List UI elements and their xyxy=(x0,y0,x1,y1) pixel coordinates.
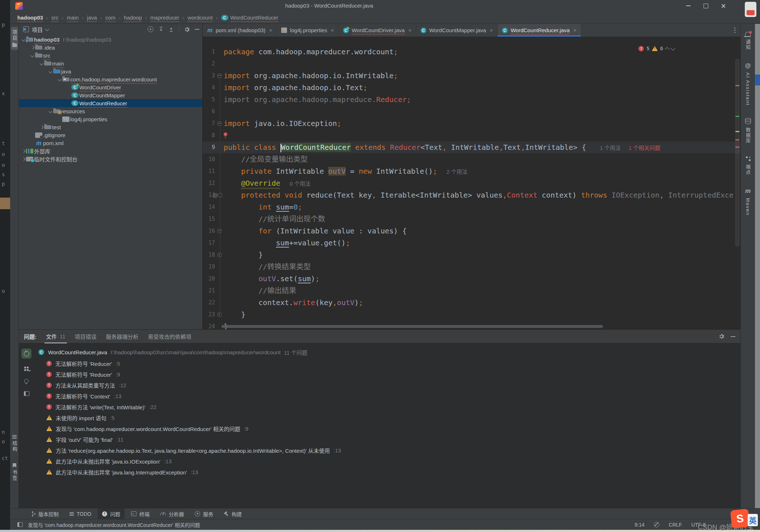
tree-row[interactable]: pom.xml xyxy=(19,139,202,147)
expand-all-icon[interactable] xyxy=(159,27,164,32)
line-ending-widget[interactable]: CRLF xyxy=(669,522,682,528)
breadcrumb-item[interactable]: WordCountReducer xyxy=(213,14,278,21)
inspections-widget[interactable]: 5 6 xyxy=(636,45,677,52)
tree-row[interactable]: resources xyxy=(19,107,202,115)
breadcrumb-item[interactable]: src xyxy=(43,14,59,21)
tool-stripe-project-button[interactable]: 项目 xyxy=(11,27,18,50)
tool-window-button[interactable]: 问题 xyxy=(98,508,124,519)
breadcrumb-item[interactable]: hadoop xyxy=(115,14,142,21)
hide-panel-icon[interactable] xyxy=(731,336,735,337)
breadcrumb-item[interactable]: com xyxy=(97,14,115,21)
chevron-down-icon[interactable] xyxy=(45,27,49,31)
tool-window-button[interactable]: 构建 xyxy=(220,508,246,519)
problem-row[interactable]: 未使用的 import 语句 :5 xyxy=(34,412,740,423)
tree-row[interactable]: java xyxy=(19,67,202,75)
hide-panel-icon[interactable] xyxy=(195,29,199,30)
code-line[interactable]: 21 //输出结果 xyxy=(203,285,740,297)
maximize-button[interactable] xyxy=(697,0,714,12)
tree-chevron-icon[interactable] xyxy=(38,126,44,128)
editor-tab[interactable]: WordCountMapper.java × xyxy=(416,24,498,37)
tree-chevron-icon[interactable] xyxy=(47,110,53,113)
menu-item[interactable] xyxy=(131,0,140,12)
code-line[interactable]: 23 } xyxy=(203,309,740,321)
breadcrumb-item[interactable]: hadoop03 xyxy=(17,14,43,21)
collapse-all-icon[interactable] xyxy=(169,27,174,32)
problem-row[interactable]: 发现与 'com.hadoop.mapreducer.wordcount.Wor… xyxy=(34,423,740,434)
tab-close-icon[interactable]: × xyxy=(408,27,411,33)
tree-row[interactable]: src xyxy=(19,51,202,59)
problem-row[interactable]: 无法解析符号 'Reducer' :9 xyxy=(34,369,740,380)
tool-window-button[interactable]: TODO xyxy=(65,508,96,519)
previous-problem-icon[interactable] xyxy=(665,47,670,52)
tree-row[interactable]: .gitignore xyxy=(19,131,202,139)
code-line[interactable]: 17 sum+=value.get(); xyxy=(203,237,740,249)
tool-stripe-button[interactable]: 通知 xyxy=(744,32,751,50)
problem-row[interactable]: 此方法中从未抛出异常 'java.lang.InterruptedExcepti… xyxy=(34,466,740,477)
problems-view-tab[interactable]: 服务器端分析 xyxy=(106,330,139,343)
code-line[interactable]: 10 //全局变量输出类型 xyxy=(203,153,740,165)
code-line[interactable]: 16 for (IntWritable value : values) { xyxy=(203,225,740,237)
menu-item[interactable] xyxy=(121,0,131,12)
tree-chevron-icon[interactable] xyxy=(47,70,53,73)
code-line[interactable]: 18 } xyxy=(203,249,740,261)
editor-tab[interactable]: log4j.properties × xyxy=(277,24,338,37)
tree-row[interactable]: WordCountMapper xyxy=(19,91,202,99)
tool-window-toggle-icon[interactable] xyxy=(17,522,23,527)
problem-row[interactable]: 方法 'reduce(org.apache.hadoop.io.Text, ja… xyxy=(34,445,740,456)
code-line[interactable]: 6 xyxy=(203,106,740,118)
menu-item[interactable] xyxy=(37,0,46,12)
tree-row[interactable]: .idea xyxy=(19,43,202,51)
code-line[interactable]: 20 outV.set(sum); xyxy=(203,273,740,285)
problems-file-header[interactable]: WordCountReducer.java I:\hadoop\hadoop03… xyxy=(34,346,740,358)
menu-item[interactable] xyxy=(74,0,84,12)
code-line[interactable]: 14 int sum=0; xyxy=(203,201,740,213)
severity-filter-icon[interactable] xyxy=(24,367,29,371)
tree-row[interactable]: WordCountReducer xyxy=(19,99,202,107)
problem-row[interactable]: 方法未从其超类重写方法 :12 xyxy=(34,380,740,390)
tool-stripe-button[interactable]: 书签 xyxy=(10,460,19,484)
tree-row[interactable]: hadoop03 I:\hadoop\hadoop03 xyxy=(19,35,202,43)
tree-chevron-icon[interactable] xyxy=(56,78,62,81)
tool-stripe-button[interactable]: 结构 xyxy=(10,432,19,455)
tree-row[interactable]: com.hadoop.mapreducer.wordcount xyxy=(19,75,202,83)
quick-fix-bulb-icon[interactable] xyxy=(24,379,29,383)
editor-tab[interactable]: WordCountReducer.java × xyxy=(498,24,581,37)
gear-icon[interactable] xyxy=(719,334,724,339)
code-line[interactable]: 4import org.apache.hadoop.io.Text; xyxy=(203,82,740,94)
tree-row[interactable]: 外部库 xyxy=(19,147,202,155)
menu-item[interactable] xyxy=(93,0,102,12)
code-line[interactable]: 22 context.write(key,outV); xyxy=(203,297,740,309)
tree-row[interactable]: log4j.properties xyxy=(19,115,202,123)
menu-item[interactable] xyxy=(112,0,121,12)
problems-view-tab[interactable]: 文件 11 xyxy=(46,330,66,343)
code-line[interactable]: 3import org.apache.hadoop.io.IntWritable… xyxy=(203,70,740,82)
code-line[interactable]: 13 protected void reduce(Text key, Itera… xyxy=(203,189,740,201)
caret-position[interactable]: 9:14 xyxy=(635,522,645,528)
menu-item[interactable] xyxy=(55,0,65,12)
locate-file-icon[interactable] xyxy=(148,26,153,32)
problem-row[interactable]: 无法解析符号 'Context' :13 xyxy=(34,390,740,401)
editor-scrollbar-thumb[interactable] xyxy=(735,59,740,247)
code-line[interactable]: 19 //转换结果类型 xyxy=(203,261,740,273)
next-problem-icon[interactable] xyxy=(671,46,675,51)
tree-chevron-icon[interactable] xyxy=(29,46,35,49)
tree-chevron-icon[interactable] xyxy=(20,150,26,152)
problems-view-tab[interactable]: 易受攻击的依赖项 xyxy=(148,330,191,343)
gear-icon[interactable] xyxy=(184,27,190,32)
inspections-disabled-icon[interactable] xyxy=(654,522,659,527)
tab-close-icon[interactable]: × xyxy=(269,27,273,33)
code-line[interactable]: 5import org.apache.hadoop.mapreduce.Redu… xyxy=(203,94,740,106)
error-stripe[interactable] xyxy=(735,37,740,329)
breadcrumb-item[interactable]: main xyxy=(59,14,79,21)
menu-item[interactable] xyxy=(84,0,93,12)
tree-row[interactable]: test xyxy=(19,123,202,131)
editor-tab[interactable]: pom.xml (hadoop03) × xyxy=(203,24,277,37)
tree-row[interactable]: WordCountDriver xyxy=(19,83,202,91)
code-line[interactable]: 12 @Override0 个用法 xyxy=(203,177,740,189)
tool-stripe-button[interactable]: 端点 xyxy=(744,156,751,175)
tree-row[interactable]: 临时文件和控制台 xyxy=(19,155,202,163)
tree-row[interactable]: main xyxy=(19,59,202,67)
preview-layout-icon[interactable] xyxy=(24,391,29,396)
problem-row[interactable]: 字段 'outV' 可能为 'final' :11 xyxy=(34,434,740,445)
tree-chevron-icon[interactable] xyxy=(38,62,44,65)
